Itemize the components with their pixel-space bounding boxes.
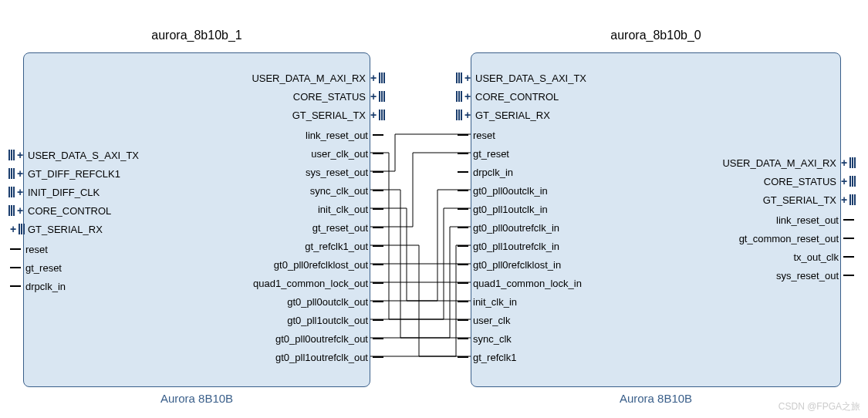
port-label: gt_reset_out: [312, 222, 368, 234]
port-gt0-pll1outrefclk-out[interactable]: gt0_pll1outrefclk_out: [272, 349, 385, 365]
port-gt0-pll1outclk-out[interactable]: gt0_pll1outclk_out: [284, 312, 385, 328]
wire-stub-icon: [373, 245, 383, 247]
port-label: link_reset_out: [776, 214, 839, 226]
expand-plus-icon[interactable]: +: [463, 109, 472, 121]
port-gt0-pll0outclk-in[interactable]: gt0_pll0outclk_in: [456, 183, 551, 198]
expand-plus-icon[interactable]: +: [839, 194, 849, 206]
bus-icon: +: [8, 223, 25, 235]
port-sync-clk-out[interactable]: sync_clk_out: [307, 183, 385, 198]
port-gt-common-reset-out[interactable]: gt_common_reset_out: [736, 231, 856, 246]
port-label: user_clk_out: [311, 148, 368, 160]
block-title: aurora_8b10b_1: [151, 29, 241, 42]
port-sync-clk[interactable]: sync_clk: [456, 331, 515, 346]
expand-plus-icon[interactable]: +: [369, 109, 378, 121]
port-core-control[interactable]: +CORE_CONTROL: [8, 203, 114, 218]
port-gt0-pll0outrefclk-out[interactable]: gt0_pll0outrefclk_out: [272, 331, 385, 346]
wire-stub-icon: [10, 248, 21, 250]
wire-stub-icon: [843, 256, 854, 258]
bus-icon: +: [369, 72, 385, 84]
wire-stub-icon: [458, 134, 468, 136]
wire-stub-icon: [458, 282, 468, 284]
port-gt0-pll0refclklost-out[interactable]: gt0_pll0refclklost_out: [271, 257, 385, 272]
port-label: gt0_pll1outclk_in: [473, 204, 548, 215]
port-label: sys_reset_out: [306, 167, 368, 178]
port-quad1-common-lock-in[interactable]: quad1_common_lock_in: [456, 275, 585, 291]
port-label: gt0_pll0outclk_out: [287, 296, 368, 308]
port-init-diff-clk[interactable]: +INIT_DIFF_CLK: [8, 184, 103, 200]
port-label: gt_refclk1_out: [305, 241, 368, 252]
port-gt-refclk1-out[interactable]: gt_refclk1_out: [302, 238, 385, 254]
port-gt0-pll1outclk-in[interactable]: gt0_pll1outclk_in: [456, 201, 551, 217]
watermark: CSDN @FPGA之旅: [778, 400, 860, 413]
expand-plus-icon[interactable]: +: [369, 90, 378, 103]
port-init-clk-out[interactable]: init_clk_out: [315, 201, 385, 217]
port-drpclk-in[interactable]: drpclk_in: [8, 278, 69, 294]
bus-icon: +: [839, 175, 856, 187]
port-core-control[interactable]: +CORE_CONTROL: [456, 89, 562, 104]
wire-stub-icon: [458, 338, 468, 339]
port-label: GT_SERIAL_RX: [475, 110, 550, 121]
expand-plus-icon[interactable]: +: [15, 149, 25, 161]
port-link-reset-out[interactable]: link_reset_out: [302, 127, 385, 143]
port-link-reset-out[interactable]: link_reset_out: [773, 212, 856, 228]
port-user-data-m-axi-rx[interactable]: +USER_DATA_M_AXI_RX: [719, 155, 856, 170]
expand-plus-icon[interactable]: +: [839, 175, 849, 187]
bus-icon: +: [456, 90, 472, 103]
expand-plus-icon[interactable]: +: [15, 186, 25, 198]
port-core-status[interactable]: +CORE_STATUS: [290, 89, 385, 104]
bus-icon: +: [456, 109, 472, 121]
port-reset[interactable]: reset: [456, 127, 498, 143]
port-label: quad1_common_lock_in: [473, 278, 582, 289]
port-reset[interactable]: reset: [8, 241, 51, 257]
port-label: gt0_pll0outclk_in: [473, 185, 548, 197]
ip-block-b0[interactable]: aurora_8b10b_0Aurora 8B10B+USER_DATA_S_A…: [471, 52, 841, 387]
port-label: gt0_pll0outrefclk_in: [473, 222, 559, 234]
expand-plus-icon[interactable]: +: [463, 72, 472, 84]
port-drpclk-in[interactable]: drpclk_in: [456, 164, 516, 180]
port-gt0-pll0outrefclk-in[interactable]: gt0_pll0outrefclk_in: [456, 220, 562, 235]
port-user-clk[interactable]: user_clk: [456, 312, 513, 328]
port-user-data-m-axi-rx[interactable]: +USER_DATA_M_AXI_RX: [248, 70, 385, 86]
port-user-data-s-axi-tx[interactable]: +USER_DATA_S_AXI_TX: [456, 70, 589, 86]
expand-plus-icon[interactable]: +: [369, 72, 378, 84]
expand-plus-icon[interactable]: +: [15, 204, 25, 217]
port-gt-diff-refclk1[interactable]: +GT_DIFF_REFCLK1: [8, 166, 123, 181]
wire-stub-icon: [373, 190, 383, 191]
port-gt-refclk1[interactable]: gt_refclk1: [456, 349, 519, 365]
wire-stub-icon: [843, 275, 854, 276]
port-gt0-pll1outrefclk-in[interactable]: gt0_pll1outrefclk_in: [456, 238, 562, 254]
port-gt-serial-tx[interactable]: +GT_SERIAL_TX: [760, 192, 856, 207]
port-gt-reset-out[interactable]: gt_reset_out: [309, 220, 385, 235]
port-gt0-pll0outclk-out[interactable]: gt0_pll0outclk_out: [284, 294, 385, 309]
port-gt-serial-rx[interactable]: +GT_SERIAL_RX: [456, 107, 553, 123]
port-sys-reset-out[interactable]: sys_reset_out: [773, 268, 856, 283]
port-gt-reset[interactable]: gt_reset: [8, 260, 65, 275]
expand-plus-icon[interactable]: +: [8, 223, 18, 235]
wire-stub-icon: [373, 153, 383, 154]
wire-stub-icon: [458, 356, 468, 358]
port-label: drpclk_in: [473, 167, 513, 178]
wire-stub-icon: [373, 319, 383, 321]
port-label: CORE_CONTROL: [28, 205, 111, 217]
port-gt-reset[interactable]: gt_reset: [456, 146, 512, 161]
port-quad1-common-lock-out[interactable]: quad1_common_lock_out: [250, 275, 385, 291]
port-user-data-s-axi-tx[interactable]: +USER_DATA_S_AXI_TX: [8, 147, 142, 163]
port-label: gt_refclk1: [473, 352, 516, 363]
port-init-clk-in[interactable]: init_clk_in: [456, 294, 520, 309]
wire-stub-icon: [843, 238, 854, 239]
port-user-clk-out[interactable]: user_clk_out: [308, 146, 385, 161]
expand-plus-icon[interactable]: +: [463, 90, 472, 103]
bus-icon: +: [839, 194, 856, 206]
expand-plus-icon[interactable]: +: [839, 157, 849, 169]
port-gt-serial-tx[interactable]: +GT_SERIAL_TX: [289, 107, 385, 123]
port-gt0-pll0refclklost-in[interactable]: gt0_pll0refclklost_in: [456, 257, 564, 272]
port-label: CORE_CONTROL: [475, 91, 559, 103]
port-label: GT_SERIAL_TX: [763, 194, 836, 206]
port-core-status[interactable]: +CORE_STATUS: [761, 174, 856, 189]
port-gt-serial-rx[interactable]: +GT_SERIAL_RX: [8, 221, 106, 237]
wire-stub-icon: [458, 208, 468, 210]
port-tx-out-clk[interactable]: tx_out_clk: [790, 249, 856, 265]
expand-plus-icon[interactable]: +: [15, 167, 25, 180]
ip-block-b1[interactable]: aurora_8b10b_1Aurora 8B10B+USER_DATA_S_A…: [23, 52, 370, 387]
port-sys-reset-out[interactable]: sys_reset_out: [302, 164, 385, 180]
